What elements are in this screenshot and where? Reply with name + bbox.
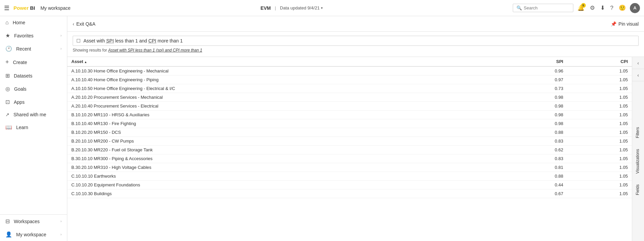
cell-asset: B.30.10.10 MR300 - Piping & Accessories: [67, 154, 503, 163]
tab-filters[interactable]: Filters: [633, 122, 644, 144]
updated-chevron-icon[interactable]: ▾: [321, 6, 323, 10]
notifications-icon[interactable]: 🔔 5: [576, 3, 586, 13]
topnav-right-actions: 🔍 🔔 5 ⚙ ⬇ ? 🙂 A: [513, 3, 640, 13]
pin-visual-label: Pin visual: [618, 21, 639, 27]
cell-asset: A.10.10.50 Home Office Engineering - Ele…: [67, 84, 503, 93]
top-navigation: ☰ Power BI My workspace EVM | Data updat…: [0, 0, 644, 16]
cell-cpi: 1.05: [567, 93, 632, 102]
table-row: A.10.10.40 Home Office Engineering - Pip…: [67, 76, 632, 84]
report-title: EVM: [260, 5, 271, 11]
cell-cpi: 1.05: [567, 119, 632, 128]
exit-qa-button[interactable]: ‹ Exit Q&A: [73, 21, 95, 27]
settings-icon[interactable]: ⚙: [588, 3, 596, 13]
cell-asset: A.10.10.30 Home Office Engineering - Mec…: [67, 66, 503, 76]
pin-visual-button[interactable]: 📌 Pin visual: [611, 21, 639, 27]
feedback-icon[interactable]: 🙂: [617, 3, 627, 13]
cell-cpi: 1.05: [567, 102, 632, 111]
table-row: A.10.10.50 Home Office Engineering - Ele…: [67, 84, 632, 93]
my-workspace-icon: 👤: [5, 231, 12, 238]
workspaces-icon: ⊟: [5, 218, 10, 224]
content-area: ‹ Exit Q&A 📌 Pin visual ☐ Asset with SPI…: [67, 16, 644, 241]
qa-input-area: ☐ Asset with SPI less than 1 and CPI mor…: [67, 32, 644, 57]
sidebar-item-label: Apps: [14, 99, 62, 105]
search-input[interactable]: [524, 5, 570, 10]
panel-tabs: Filters Visualizations Fields: [633, 81, 644, 241]
cell-spi: 0.88: [503, 128, 567, 137]
cell-spi: 0.81: [503, 163, 567, 172]
table-row: C.10.10.20 Equipment Foundations 0.44 1.…: [67, 181, 632, 189]
table-row: B.20.10.10 MR200 - CW Pumps 0.83 1.05: [67, 137, 632, 146]
table-row: B.10.10.20 MR110 - HRSG & Auxiliaries 0.…: [67, 111, 632, 119]
sidebar-item-label: Learn: [16, 125, 62, 130]
cell-spi: 0.83: [503, 137, 567, 146]
cell-asset: B.20.10.10 MR200 - CW Pumps: [67, 137, 503, 146]
shared-icon: ↗: [5, 112, 9, 117]
column-header-spi[interactable]: SPI: [503, 57, 567, 66]
search-box[interactable]: 🔍: [513, 4, 573, 12]
cell-spi: 0.83: [503, 154, 567, 163]
sidebar-item-label: Shared with me: [13, 112, 62, 117]
cell-asset: B.10.10.40 MR130 - Fire Fighting: [67, 119, 503, 128]
sidebar-item-learn[interactable]: 📖 Learn: [0, 121, 67, 134]
cell-spi: 0.98: [503, 93, 567, 102]
cell-spi: 0.67: [503, 189, 567, 198]
sidebar-item-my-workspace[interactable]: 👤 My workspace ›: [0, 228, 67, 241]
qa-input-box[interactable]: ☐ Asset with SPI less than 1 and CPI mor…: [73, 36, 639, 46]
sidebar-item-label: Recent: [16, 46, 57, 52]
cell-spi: 0.44: [503, 181, 567, 189]
back-icon: ‹: [73, 21, 74, 27]
table-row: B.10.20.20 MR150 - DCS 0.88 1.05: [67, 128, 632, 137]
search-icon: 🔍: [516, 5, 522, 10]
tab-fields[interactable]: Fields: [633, 179, 644, 201]
table-row: C.10.10.30 Buildings 0.67 1.05: [67, 189, 632, 198]
main-layout: ⌂ Home ★ Favorites › 🕐 Recent › + Create…: [0, 16, 644, 241]
sidebar-item-workspaces[interactable]: ⊟ Workspaces ›: [0, 215, 67, 228]
sidebar-item-apps[interactable]: ⊡ Apps: [0, 95, 67, 109]
table-row: B.30.20.10 MR310 - High Voltage Cables 0…: [67, 163, 632, 172]
workspace-breadcrumb: My workspace: [40, 5, 70, 11]
hamburger-menu-icon[interactable]: ☰: [4, 4, 9, 12]
notification-badge: 5: [581, 3, 586, 8]
recent-icon: 🕐: [5, 46, 12, 52]
qa-box-icon: ☐: [76, 38, 81, 43]
home-icon: ⌂: [5, 20, 9, 26]
table-row: A.10.10.30 Home Office Engineering - Mec…: [67, 66, 632, 76]
sidebar-item-goals[interactable]: ◎ Goals: [0, 82, 67, 95]
tab-visualizations[interactable]: Visualizations: [633, 144, 644, 179]
sidebar-item-shared[interactable]: ↗ Shared with me: [0, 109, 67, 121]
sidebar-item-datasets[interactable]: ⊞ Datasets: [0, 69, 67, 82]
collapse-panel-button-2[interactable]: ‹: [632, 69, 644, 81]
learn-icon: 📖: [5, 124, 12, 130]
sidebar-item-create[interactable]: + Create: [0, 55, 67, 69]
help-icon[interactable]: ?: [609, 3, 615, 13]
cell-spi: 0.98: [503, 119, 567, 128]
avatar[interactable]: A: [630, 3, 640, 13]
table-row: C.10.10.10 Earthworks 0.88 1.05: [67, 172, 632, 181]
sidebar-item-home[interactable]: ⌂ Home: [0, 16, 67, 29]
topnav-center: EVM | Data updated 9/4/21 ▾: [73, 5, 510, 11]
collapse-panel-button-1[interactable]: ‹: [632, 57, 644, 69]
datasets-icon: ⊞: [5, 72, 10, 79]
cell-asset: B.20.10.30 MR220 - Fuel oil Storage Tank: [67, 146, 503, 154]
cell-cpi: 1.05: [567, 189, 632, 198]
table-row: B.20.10.30 MR220 - Fuel oil Storage Tank…: [67, 146, 632, 154]
cpi-underline: CPI: [148, 38, 156, 43]
table-area: Asset SPI CPI A.10.10.30 Home Office Eng…: [67, 57, 632, 241]
column-header-asset[interactable]: Asset: [67, 57, 503, 66]
sidebar-item-label: Favorites: [14, 33, 57, 38]
chevron-right-icon: ›: [61, 34, 62, 37]
cell-spi: 0.62: [503, 146, 567, 154]
sidebar-item-label: Home: [13, 20, 62, 25]
sidebar-item-recent[interactable]: 🕐 Recent ›: [0, 42, 67, 55]
cell-asset: B.10.10.20 MR110 - HRSG & Auxiliaries: [67, 111, 503, 119]
download-icon[interactable]: ⬇: [599, 3, 606, 13]
cell-spi: 0.98: [503, 111, 567, 119]
showing-results-link[interactable]: Asset with SPI less than 1 (spi) and CPI…: [108, 48, 202, 53]
cell-spi: 0.96: [503, 66, 567, 76]
sidebar-item-favorites[interactable]: ★ Favorites ›: [0, 29, 67, 42]
spi-underline: SPI: [106, 38, 114, 43]
cell-cpi: 1.05: [567, 137, 632, 146]
data-table: Asset SPI CPI A.10.10.30 Home Office Eng…: [67, 57, 632, 198]
sidebar-item-label: Datasets: [14, 73, 62, 79]
column-header-cpi[interactable]: CPI: [567, 57, 632, 66]
